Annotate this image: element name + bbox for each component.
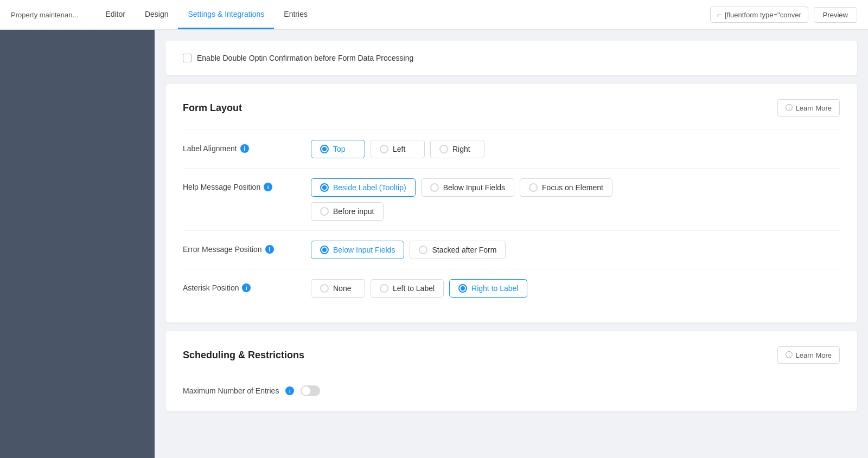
help-message-options: Beside Label (Tooltip) Below Input Field… <box>311 178 690 221</box>
asterisk-left-to-label[interactable]: Left to Label <box>371 279 444 298</box>
preview-button[interactable]: Preview <box>814 7 857 23</box>
scheduling-learn-more[interactable]: ⓘ Learn More <box>777 346 840 364</box>
help-message-label: Help Message Position i <box>183 178 302 191</box>
nav-tabs: Editor Design Settings & Integrations En… <box>95 0 317 29</box>
radio-dot-right-label <box>458 284 467 293</box>
radio-dot-stacked <box>419 246 427 254</box>
double-optin-card: Enable Double Optin Confirmation before … <box>165 41 857 75</box>
max-entries-toggle[interactable] <box>301 385 320 396</box>
label-alignment-options: Top Left Right <box>311 140 484 158</box>
help-focus-element[interactable]: Focus on Element <box>520 178 612 197</box>
label-alignment-label: Label Alignment i <box>183 140 302 153</box>
help-below-input[interactable]: Below Input Fields <box>421 178 514 197</box>
scheduling-card: Scheduling & Restrictions ⓘ Learn More M… <box>165 331 857 411</box>
radio-dot-before <box>320 207 329 216</box>
sidebar <box>0 30 155 458</box>
label-alignment-left[interactable]: Left <box>371 140 425 158</box>
double-optin-checkbox[interactable] <box>183 54 192 62</box>
error-message-info-icon[interactable]: i <box>265 245 274 254</box>
help-message-row: Help Message Position i Beside Label (To… <box>183 168 840 230</box>
label-alignment-info-icon[interactable]: i <box>240 144 249 153</box>
radio-dot-left <box>380 145 388 153</box>
brand-label: Property maintenan... <box>11 11 78 19</box>
asterisk-right-to-label[interactable]: Right to Label <box>449 279 527 298</box>
main-content: Enable Double Optin Confirmation before … <box>155 30 868 458</box>
tab-entries[interactable]: Entries <box>274 0 317 29</box>
shortcode-icon: ⌐ <box>717 10 722 19</box>
max-entries-row: Maximum Number of Entries i <box>183 377 840 396</box>
asterisk-position-label: Asterisk Position i <box>183 279 302 292</box>
max-entries-label: Maximum Number of Entries <box>183 386 279 395</box>
form-layout-title: Form Layout <box>183 102 242 114</box>
radio-dot-none <box>320 284 329 293</box>
asterisk-position-row: Asterisk Position i None Left to Label R… <box>183 269 840 307</box>
page-wrapper: Enable Double Optin Confirmation before … <box>0 30 868 458</box>
form-layout-header: Form Layout ⓘ Learn More <box>183 99 840 117</box>
label-alignment-top[interactable]: Top <box>311 140 365 158</box>
scheduling-learn-more-label: Learn More <box>796 351 832 359</box>
error-message-options: Below Input Fields Stacked after Form <box>311 241 506 259</box>
radio-dot-below <box>430 183 439 192</box>
radio-dot-beside <box>320 183 329 192</box>
tab-settings-integrations[interactable]: Settings & Integrations <box>178 0 274 29</box>
form-layout-card: Form Layout ⓘ Learn More Label Alignment… <box>165 84 857 322</box>
max-entries-info-icon[interactable]: i <box>285 386 294 395</box>
error-stacked-after[interactable]: Stacked after Form <box>410 241 506 259</box>
tab-design[interactable]: Design <box>135 0 178 29</box>
double-optin-row: Enable Double Optin Confirmation before … <box>183 54 840 62</box>
scheduling-header: Scheduling & Restrictions ⓘ Learn More <box>183 346 840 364</box>
help-message-info-icon[interactable]: i <box>264 183 272 191</box>
radio-dot-error-below <box>320 246 329 254</box>
error-message-label: Error Message Position i <box>183 241 302 254</box>
help-before-input[interactable]: Before input <box>311 202 384 221</box>
error-message-row: Error Message Position i Below Input Fie… <box>183 230 840 269</box>
error-below-input[interactable]: Below Input Fields <box>311 241 404 259</box>
radio-dot-top <box>320 145 329 153</box>
scheduling-title: Scheduling & Restrictions <box>183 350 304 361</box>
scheduling-learn-more-icon: ⓘ <box>786 350 793 360</box>
tab-editor[interactable]: Editor <box>95 0 135 29</box>
form-layout-learn-more[interactable]: ⓘ Learn More <box>777 99 840 117</box>
top-nav: Property maintenan... Editor Design Sett… <box>0 0 868 30</box>
shortcode-label: [fluentform type="conver <box>725 11 801 19</box>
help-beside-label[interactable]: Beside Label (Tooltip) <box>311 178 416 197</box>
radio-dot-focus <box>529 183 538 192</box>
label-alignment-row: Label Alignment i Top Left Right <box>183 130 840 168</box>
radio-dot-right <box>439 145 448 153</box>
double-optin-label: Enable Double Optin Confirmation before … <box>197 54 413 62</box>
learn-more-label: Learn More <box>796 104 832 112</box>
asterisk-info-icon[interactable]: i <box>242 283 251 292</box>
shortcode-button[interactable]: ⌐ [fluentform type="conver <box>710 7 808 23</box>
label-alignment-right[interactable]: Right <box>430 140 484 158</box>
nav-right: ⌐ [fluentform type="conver Preview <box>710 7 857 23</box>
asterisk-options: None Left to Label Right to Label <box>311 279 527 298</box>
learn-more-icon: ⓘ <box>786 103 793 113</box>
asterisk-none[interactable]: None <box>311 279 365 298</box>
radio-dot-left-label <box>380 284 388 293</box>
